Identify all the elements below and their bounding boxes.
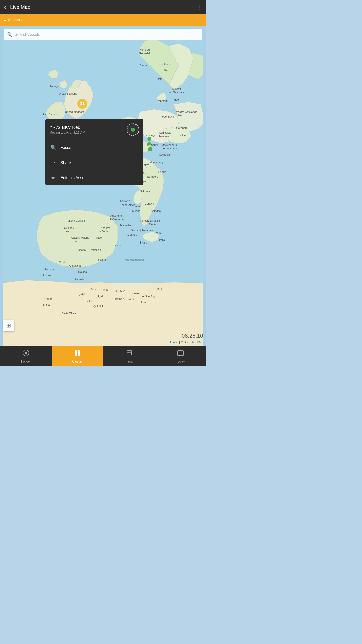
svg-text:Auvergne: Auvergne (110, 214, 122, 217)
svg-text:Rabat: Rabat (44, 297, 52, 300)
svg-rect-106 (127, 351, 132, 355)
focus-label: Focus (60, 145, 71, 150)
follow-icon (22, 349, 30, 358)
share-menu-item[interactable]: ↗ Share (45, 155, 143, 170)
svg-text:Citta di San: Citta di San (148, 219, 161, 222)
nav-flags[interactable]: Flags (103, 346, 155, 366)
leaflet-link[interactable]: Leaflet (170, 341, 178, 344)
svg-text:Bergen: Bergen (140, 64, 148, 67)
svg-text:Slovenij...: Slovenij... (131, 229, 143, 232)
svg-text:Västra Götalands: Västra Götalands (176, 110, 197, 113)
svg-point-101 (25, 352, 27, 354)
svg-text:Sevilla: Sevilla (59, 261, 67, 264)
asset-dot (131, 128, 135, 132)
search-icon: 🔍 (7, 32, 13, 37)
svg-text:Göteborg: Göteborg (176, 126, 188, 129)
svg-text:Oslo: Oslo (157, 77, 162, 80)
follow-label: Follow (21, 359, 31, 363)
svg-text:Portugal: Portugal (44, 268, 55, 271)
svg-rect-102 (75, 350, 77, 353)
breadcrumb-arrow: › (21, 18, 22, 22)
svg-text:Holstein: Holstein (159, 135, 169, 138)
svg-text:Venezia: Venezia (140, 219, 149, 222)
svg-rect-105 (78, 353, 80, 356)
svg-text:Lisboa: Lisboa (43, 274, 51, 277)
svg-text:Oviedo /: Oviedo / (64, 226, 74, 229)
svg-text:Vitoria-Gasteiz: Vitoria-Gasteiz (67, 219, 85, 222)
svg-text:⊕ S ⊕ S ◎: ⊕ S ⊕ S ◎ (142, 295, 156, 298)
nav-follow[interactable]: Follow (0, 346, 52, 366)
flags-icon (125, 349, 133, 358)
svg-text:Leipzig: Leipzig (158, 170, 166, 173)
svg-text:Oran: Oran (90, 288, 96, 291)
svg-text:Magdeburg: Magdeburg (149, 160, 163, 164)
svg-text:Torino: Torino (132, 205, 140, 208)
svg-text:Batna ◎ T ◎ H: Batna ◎ T ◎ H (115, 297, 134, 300)
svg-rect-103 (78, 350, 80, 353)
focus-menu-item[interactable]: 🔍 Focus (45, 140, 143, 155)
svg-rect-109 (178, 351, 183, 356)
svg-text:Alba / Scotland: Alba / Scotland (59, 92, 77, 95)
svg-text:Andalucía: Andalucía (69, 264, 81, 267)
nav-cluster[interactable]: Cluster (52, 346, 103, 366)
svg-text:España: España (77, 248, 86, 251)
svg-text:Gibraltar: Gibraltar (75, 278, 85, 281)
svg-text:Italia: Italia (159, 238, 165, 242)
svg-text:la Vella: la Vella (99, 230, 108, 233)
svg-text:◎ T ◎ H: ◎ T ◎ H (93, 305, 104, 308)
edit-label: Edit this Asset (60, 176, 86, 180)
openstreetmap-link[interactable]: OpenStreetMap (184, 341, 203, 344)
asset-popup-header: YR72 BKV Red Moving today at 8:27 AM (45, 119, 143, 140)
svg-text:Batna: Batna (86, 300, 93, 303)
svg-text:Bologna: Bologna (151, 209, 161, 212)
map-attribution: Leaflet | © OpenStreetMap (170, 341, 203, 344)
green-dot-2 (147, 142, 151, 145)
folder-icon: ▪ (4, 17, 6, 23)
svg-text:y León: y León (70, 240, 78, 243)
cluster-icon (74, 349, 81, 358)
svg-text:Andorra: Andorra (101, 226, 110, 229)
asset-name: YR72 BKV Red (49, 125, 127, 130)
svg-text:Castilla: Castilla (71, 236, 80, 239)
svg-text:Schleswig-: Schleswig- (159, 131, 172, 134)
map-container[interactable]: Jämtlands län Møre og Romsdal Bergen Osl… (0, 26, 206, 346)
green-dot-3 (148, 147, 152, 151)
more-options-button[interactable]: ⋮ (196, 4, 202, 11)
cluster-marker-11[interactable]: 11 (77, 99, 87, 109)
svg-text:Jämtlands: Jämtlands (159, 63, 171, 66)
svg-text:Malta: Malta (157, 288, 163, 291)
svg-text:Kobenhavn: Kobenhavn (160, 115, 174, 118)
asset-info: YR72 BKV Red Moving today at 8:27 AM (49, 125, 127, 134)
share-label: Share (60, 160, 71, 165)
svg-text:Romsdal: Romsdal (139, 52, 150, 55)
svg-text:Djelfa ΣΞΗϰ: Djelfa ΣΞΗϰ (62, 312, 76, 315)
svg-rect-104 (75, 353, 77, 356)
svg-text:län: län (178, 114, 182, 117)
breadcrumb-text[interactable]: Assets (8, 18, 20, 22)
svg-text:län: län (164, 69, 168, 72)
asset-popup: YR72 BKV Red Moving today at 8:27 AM 🔍 F… (45, 119, 143, 185)
back-button[interactable]: ‹ (4, 4, 6, 11)
layers-button[interactable]: ⊞ (3, 320, 14, 331)
svg-text:الجزائر: الجزائر (96, 295, 104, 298)
attribution-separator: | © (179, 341, 184, 344)
svg-text:Mer Méditerranée: Mer Méditerranée (125, 258, 144, 261)
cluster-label: Cluster (72, 359, 82, 363)
edit-menu-item[interactable]: ✏ Edit this Asset (45, 170, 143, 185)
svg-text:X × S ◎: X × S ◎ (115, 289, 125, 292)
asset-icon-circle (127, 123, 139, 136)
svg-text:Agder: Agder (173, 98, 180, 101)
edit-icon: ✏ (50, 175, 56, 181)
svg-text:Hrvatska: Hrvatska (142, 229, 153, 232)
search-bar[interactable]: 🔍 Search Assets (4, 29, 202, 40)
nav-today[interactable]: Today (155, 346, 206, 366)
top-navigation: ‹ Live Map ⋮ (0, 0, 206, 14)
svg-text:Alger: Alger (103, 288, 109, 291)
share-icon: ↗ (50, 160, 56, 166)
svg-text:Éire / Ireland: Éire / Ireland (43, 113, 59, 116)
svg-text:Roma: Roma (154, 231, 162, 234)
svg-text:Palma: Palma (98, 258, 106, 261)
svg-text:Libya: Libya (140, 301, 146, 304)
svg-text:Aragón: Aragón (95, 236, 103, 239)
svg-text:Færoyar: Færoyar (49, 85, 60, 88)
